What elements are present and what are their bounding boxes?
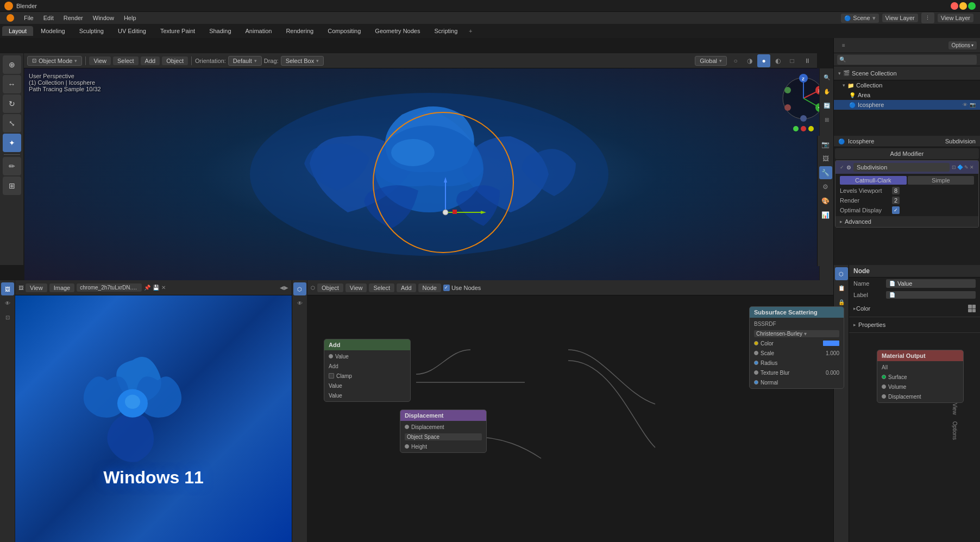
bottom-view-icon[interactable]: 👁	[1, 297, 14, 310]
node-select-btn[interactable]: Select	[369, 283, 394, 292]
view-menu[interactable]: View	[89, 56, 111, 65]
prop-icon-scene[interactable]: 📷	[819, 138, 832, 151]
annotate-tool[interactable]: ✏	[3, 157, 21, 175]
mod-edit-icon[interactable]: ✎	[964, 165, 969, 170]
rotate-tool[interactable]: ↻	[3, 94, 21, 113]
node-subsurface-scattering[interactable]: Subsurface Scattering BSSRDF Christensen…	[749, 306, 844, 389]
image-image-btn[interactable]: Image	[49, 283, 75, 292]
image-editor-icon-btn[interactable]: 🖼	[18, 285, 23, 291]
collection-item-icosphere[interactable]: 🔵 Icosphere 👁 📷	[834, 100, 980, 110]
image-save-icon[interactable]: 💾	[153, 285, 159, 291]
tab-layout[interactable]: Layout	[2, 26, 33, 36]
select-menu[interactable]: Select	[113, 56, 139, 65]
catmull-clark-btn[interactable]: Catmull-Clark	[840, 176, 907, 185]
use-nodes-toggle[interactable]: ✓ Use Nodes	[443, 285, 481, 291]
viewport-shading-btn[interactable]: ◑	[743, 54, 756, 67]
tab-texture-paint[interactable]: Texture Paint	[154, 26, 202, 36]
prop-icon-render[interactable]: 🖼	[819, 152, 832, 165]
close-button[interactable]	[951, 2, 958, 10]
node-add-btn[interactable]: Add	[397, 283, 416, 292]
node-object-btn[interactable]: Object	[317, 283, 343, 292]
minimize-button[interactable]	[959, 2, 967, 10]
options-dropdown[interactable]: Options ▾	[948, 41, 977, 49]
transform-tool[interactable]: ✦	[3, 134, 21, 152]
subdivision-type-dropdown[interactable]: Subdivision	[853, 163, 950, 172]
cursor-tool[interactable]: ⊕	[3, 55, 21, 74]
measure-tool[interactable]: ⊞	[3, 177, 21, 195]
camera-icon-small[interactable]: 📷	[970, 102, 976, 108]
menu-window[interactable]: Window	[89, 14, 118, 22]
collection-item-collection[interactable]: ▾ 📁 Collection	[834, 80, 980, 90]
add-menu[interactable]: Add	[141, 56, 160, 65]
vp-tool-3[interactable]: 🔄	[820, 99, 833, 112]
tab-geometry-nodes[interactable]: Geometry Nodes	[368, 26, 426, 36]
node-view-btn[interactable]: View	[345, 283, 367, 292]
node-ss-method[interactable]: Christensen-Burley ▾	[750, 329, 844, 338]
image-collapse-btn[interactable]: ◀▶	[280, 285, 288, 291]
clamp-checkbox[interactable]	[329, 373, 334, 379]
node-prop-icon-2[interactable]: 📋	[835, 281, 848, 294]
node-icon-btn[interactable]: ⬡	[311, 285, 315, 291]
add-modifier-btn[interactable]: Add Modifier	[835, 148, 979, 159]
options-button[interactable]: ⋮	[921, 12, 934, 23]
simple-btn[interactable]: Simple	[908, 176, 975, 185]
tab-scripting[interactable]: Scripting	[428, 26, 464, 36]
node-add[interactable]: Add Value Add Clamp Value	[324, 339, 411, 402]
scene-selector[interactable]: 🔵 Scene ▾	[841, 14, 878, 23]
tab-uv-editing[interactable]: UV Editing	[111, 26, 153, 36]
tab-rendering[interactable]: Rendering	[279, 26, 320, 36]
prop-icon-material[interactable]: 🎨	[819, 194, 832, 207]
color-grid-icon[interactable]	[968, 305, 976, 312]
node-material-output[interactable]: Material Output All Surface Volume	[877, 350, 964, 403]
view-layer-selector[interactable]: View Layer	[882, 14, 918, 22]
tab-shading[interactable]: Shading	[203, 26, 237, 36]
node-name-field[interactable]: 📄 Value	[886, 279, 976, 288]
object-menu[interactable]: Object	[162, 56, 188, 65]
maximize-button[interactable]	[968, 2, 976, 10]
image-editor-icon[interactable]: 🖼	[1, 282, 14, 295]
node-editor-icon[interactable]: ⬡	[293, 282, 306, 295]
pause-render-btn[interactable]: ⏸	[801, 54, 814, 67]
pin-icon[interactable]: 📌	[144, 285, 150, 291]
viewport-rendered-btn[interactable]: ●	[757, 54, 770, 67]
tab-modeling[interactable]: Modeling	[34, 26, 72, 36]
image-filename[interactable]: chrome_2h7tuLxrDN.png	[77, 283, 142, 292]
mod-close-icon[interactable]: ✕	[970, 165, 974, 170]
move-tool[interactable]: ↔	[3, 75, 21, 93]
levels-viewport-value[interactable]: 8	[892, 187, 900, 194]
node-label-field[interactable]: 📄	[886, 291, 976, 299]
menu-blender[interactable]	[2, 13, 18, 23]
vp-tool-1[interactable]: 🔍	[820, 71, 833, 84]
color-swatch[interactable]	[823, 341, 839, 346]
outliner-icon[interactable]: ≡	[837, 39, 850, 52]
prop-icon-object[interactable]: 🔧	[819, 166, 832, 179]
node-displacement[interactable]: Displacement Displacement Object Space H…	[400, 409, 487, 453]
viewport-material-btn[interactable]: ◐	[771, 54, 784, 67]
drag-selector[interactable]: Select Box ▾	[281, 56, 324, 66]
node-node-btn[interactable]: Node	[418, 283, 441, 292]
check-icon[interactable]: ✓	[840, 165, 844, 170]
collection-item-area[interactable]: 💡 Area	[834, 90, 980, 100]
mod-view-icon[interactable]: ⊡	[952, 165, 956, 170]
image-close-icon[interactable]: ✕	[161, 285, 166, 291]
tab-sculpting[interactable]: Sculpting	[73, 26, 110, 36]
menu-edit[interactable]: Edit	[39, 14, 58, 22]
prop-icon-data[interactable]: 📊	[819, 209, 832, 222]
tab-animation[interactable]: Animation	[239, 26, 279, 36]
prop-icon-modifier[interactable]: ⚙	[819, 180, 832, 193]
vp-tool-2[interactable]: ✋	[820, 85, 833, 98]
menu-render[interactable]: Render	[59, 14, 87, 22]
render-value[interactable]: 2	[892, 197, 900, 204]
options-side-tab[interactable]: Options	[950, 419, 958, 442]
image-view-btn[interactable]: View	[26, 283, 47, 292]
vp-tool-4[interactable]: ⊞	[820, 113, 833, 126]
view-layer-btn[interactable]: View Layer	[938, 14, 973, 22]
advanced-section[interactable]: ▸ Advanced	[835, 216, 978, 227]
viewport-overlay-btn[interactable]: ○	[729, 54, 742, 67]
viewport-wireframe-btn[interactable]: □	[786, 54, 799, 67]
menu-help[interactable]: Help	[120, 14, 141, 22]
bottom-tool1[interactable]: ⊡	[1, 311, 14, 324]
orientation-selector[interactable]: Default ▾	[228, 56, 262, 66]
mod-render-icon[interactable]: 🔷	[957, 165, 963, 170]
node-view-icon[interactable]: 👁	[293, 297, 306, 310]
